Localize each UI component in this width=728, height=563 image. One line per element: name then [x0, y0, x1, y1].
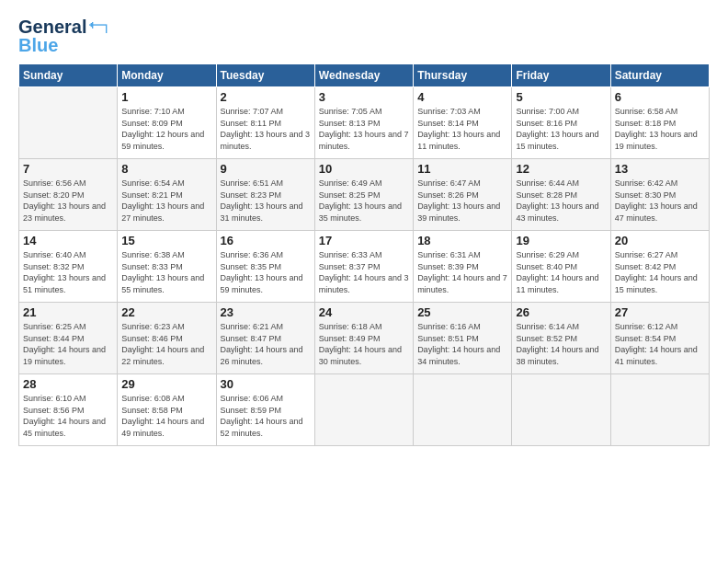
- day-number: 25: [417, 305, 507, 319]
- day-info: Sunrise: 6:14 AMSunset: 8:52 PMDaylight:…: [516, 321, 606, 367]
- calendar-cell: 22Sunrise: 6:23 AMSunset: 8:46 PMDayligh…: [118, 303, 216, 374]
- day-number: 22: [121, 305, 211, 319]
- calendar-cell: 28Sunrise: 6:10 AMSunset: 8:56 PMDayligh…: [19, 374, 118, 446]
- day-info: Sunrise: 6:27 AMSunset: 8:42 PMDaylight:…: [615, 249, 705, 295]
- day-info: Sunrise: 6:25 AMSunset: 8:44 PMDaylight:…: [23, 321, 113, 367]
- day-number: 7: [23, 162, 113, 176]
- day-info: Sunrise: 6:23 AMSunset: 8:46 PMDaylight:…: [121, 321, 211, 367]
- day-info: Sunrise: 7:07 AMSunset: 8:11 PMDaylight:…: [221, 106, 311, 152]
- day-info: Sunrise: 6:49 AMSunset: 8:25 PMDaylight:…: [319, 178, 409, 224]
- logo: General ⮢ Blue: [18, 15, 108, 56]
- day-number: 23: [221, 305, 311, 319]
- day-info: Sunrise: 6:31 AMSunset: 8:39 PMDaylight:…: [417, 249, 507, 295]
- calendar-cell: 14Sunrise: 6:40 AMSunset: 8:32 PMDayligh…: [19, 231, 118, 303]
- calendar-cell: 30Sunrise: 6:06 AMSunset: 8:59 PMDayligh…: [216, 374, 314, 446]
- day-number: 15: [121, 234, 211, 247]
- day-number: 9: [221, 162, 311, 176]
- day-info: Sunrise: 6:12 AMSunset: 8:54 PMDaylight:…: [615, 321, 705, 367]
- calendar-cell: 19Sunrise: 6:29 AMSunset: 8:40 PMDayligh…: [512, 231, 610, 303]
- weekday-header: Thursday: [414, 64, 512, 87]
- calendar-cell: 26Sunrise: 6:14 AMSunset: 8:52 PMDayligh…: [512, 303, 610, 374]
- calendar-cell: [512, 374, 610, 446]
- day-info: Sunrise: 6:18 AMSunset: 8:49 PMDaylight:…: [319, 321, 409, 367]
- day-info: Sunrise: 6:58 AMSunset: 8:18 PMDaylight:…: [615, 106, 705, 152]
- day-number: 14: [23, 234, 113, 247]
- weekday-header: Wednesday: [314, 64, 413, 87]
- day-number: 5: [516, 90, 606, 104]
- day-number: 6: [615, 90, 705, 104]
- calendar-cell: 2Sunrise: 7:07 AMSunset: 8:11 PMDaylight…: [216, 87, 314, 159]
- calendar-cell: 18Sunrise: 6:31 AMSunset: 8:39 PMDayligh…: [414, 231, 512, 303]
- day-info: Sunrise: 6:33 AMSunset: 8:37 PMDaylight:…: [319, 249, 409, 295]
- day-number: 16: [221, 234, 311, 247]
- calendar-cell: 7Sunrise: 6:56 AMSunset: 8:20 PMDaylight…: [19, 159, 118, 231]
- day-number: 29: [121, 377, 211, 391]
- calendar-cell: 23Sunrise: 6:21 AMSunset: 8:47 PMDayligh…: [216, 303, 314, 374]
- day-number: 26: [516, 305, 606, 319]
- day-info: Sunrise: 6:06 AMSunset: 8:59 PMDaylight:…: [221, 393, 311, 439]
- day-number: 18: [417, 234, 507, 247]
- day-info: Sunrise: 6:36 AMSunset: 8:35 PMDaylight:…: [221, 249, 311, 295]
- day-number: 10: [319, 162, 409, 176]
- day-info: Sunrise: 6:42 AMSunset: 8:30 PMDaylight:…: [615, 178, 705, 224]
- weekday-header: Sunday: [19, 64, 118, 87]
- calendar-cell: 27Sunrise: 6:12 AMSunset: 8:54 PMDayligh…: [610, 303, 709, 374]
- week-row: 14Sunrise: 6:40 AMSunset: 8:32 PMDayligh…: [19, 231, 710, 303]
- week-row: 28Sunrise: 6:10 AMSunset: 8:56 PMDayligh…: [19, 374, 710, 446]
- calendar-cell: 3Sunrise: 7:05 AMSunset: 8:13 PMDaylight…: [314, 87, 413, 159]
- calendar-cell: 20Sunrise: 6:27 AMSunset: 8:42 PMDayligh…: [610, 231, 709, 303]
- day-info: Sunrise: 6:44 AMSunset: 8:28 PMDaylight:…: [516, 178, 606, 224]
- day-number: 27: [615, 305, 705, 319]
- calendar-cell: 11Sunrise: 6:47 AMSunset: 8:26 PMDayligh…: [414, 159, 512, 231]
- week-row: 7Sunrise: 6:56 AMSunset: 8:20 PMDaylight…: [19, 159, 710, 231]
- day-info: Sunrise: 7:00 AMSunset: 8:16 PMDaylight:…: [516, 106, 606, 152]
- day-info: Sunrise: 6:56 AMSunset: 8:20 PMDaylight:…: [23, 178, 113, 224]
- day-info: Sunrise: 7:03 AMSunset: 8:14 PMDaylight:…: [417, 106, 507, 152]
- day-number: 19: [516, 234, 606, 247]
- day-info: Sunrise: 6:21 AMSunset: 8:47 PMDaylight:…: [221, 321, 311, 367]
- day-number: 12: [516, 162, 606, 176]
- header: General ⮢ Blue: [18, 15, 710, 56]
- calendar-cell: [314, 374, 413, 446]
- day-info: Sunrise: 6:38 AMSunset: 8:33 PMDaylight:…: [121, 249, 211, 295]
- calendar-cell: 13Sunrise: 6:42 AMSunset: 8:30 PMDayligh…: [610, 159, 709, 231]
- week-row: 21Sunrise: 6:25 AMSunset: 8:44 PMDayligh…: [19, 303, 710, 374]
- calendar-cell: 6Sunrise: 6:58 AMSunset: 8:18 PMDaylight…: [610, 87, 709, 159]
- calendar-cell: 17Sunrise: 6:33 AMSunset: 8:37 PMDayligh…: [314, 231, 413, 303]
- calendar-cell: 4Sunrise: 7:03 AMSunset: 8:14 PMDaylight…: [414, 87, 512, 159]
- calendar-cell: [19, 87, 118, 159]
- calendar-cell: 29Sunrise: 6:08 AMSunset: 8:58 PMDayligh…: [118, 374, 216, 446]
- calendar-cell: 10Sunrise: 6:49 AMSunset: 8:25 PMDayligh…: [314, 159, 413, 231]
- calendar-cell: 9Sunrise: 6:51 AMSunset: 8:23 PMDaylight…: [216, 159, 314, 231]
- day-number: 17: [319, 234, 409, 247]
- calendar-cell: 24Sunrise: 6:18 AMSunset: 8:49 PMDayligh…: [314, 303, 413, 374]
- day-number: 30: [221, 377, 311, 391]
- day-info: Sunrise: 6:16 AMSunset: 8:51 PMDaylight:…: [417, 321, 507, 367]
- day-number: 4: [417, 90, 507, 104]
- weekday-header-row: SundayMondayTuesdayWednesdayThursdayFrid…: [19, 64, 710, 87]
- calendar-cell: [610, 374, 709, 446]
- calendar-cell: 16Sunrise: 6:36 AMSunset: 8:35 PMDayligh…: [216, 231, 314, 303]
- day-info: Sunrise: 6:40 AMSunset: 8:32 PMDaylight:…: [23, 249, 113, 295]
- calendar-cell: [414, 374, 512, 446]
- day-info: Sunrise: 6:08 AMSunset: 8:58 PMDaylight:…: [121, 393, 211, 439]
- weekday-header: Friday: [512, 64, 610, 87]
- day-info: Sunrise: 6:51 AMSunset: 8:23 PMDaylight:…: [221, 178, 311, 224]
- page: General ⮢ Blue SundayMondayTuesdayWednes…: [0, 0, 728, 563]
- calendar-cell: 15Sunrise: 6:38 AMSunset: 8:33 PMDayligh…: [118, 231, 216, 303]
- day-number: 11: [417, 162, 507, 176]
- weekday-header: Monday: [118, 64, 216, 87]
- day-number: 8: [121, 162, 211, 176]
- day-info: Sunrise: 6:29 AMSunset: 8:40 PMDaylight:…: [516, 249, 606, 295]
- day-info: Sunrise: 6:47 AMSunset: 8:26 PMDaylight:…: [417, 178, 507, 224]
- calendar-cell: 1Sunrise: 7:10 AMSunset: 8:09 PMDaylight…: [118, 87, 216, 159]
- calendar-cell: 21Sunrise: 6:25 AMSunset: 8:44 PMDayligh…: [19, 303, 118, 374]
- calendar-cell: 12Sunrise: 6:44 AMSunset: 8:28 PMDayligh…: [512, 159, 610, 231]
- calendar-cell: 5Sunrise: 7:00 AMSunset: 8:16 PMDaylight…: [512, 87, 610, 159]
- day-number: 28: [23, 377, 113, 391]
- logo-bird-icon: ⮢: [88, 15, 108, 39]
- day-number: 24: [319, 305, 409, 319]
- weekday-header: Saturday: [610, 64, 709, 87]
- day-number: 2: [221, 90, 311, 104]
- calendar: SundayMondayTuesdayWednesdayThursdayFrid…: [18, 63, 710, 446]
